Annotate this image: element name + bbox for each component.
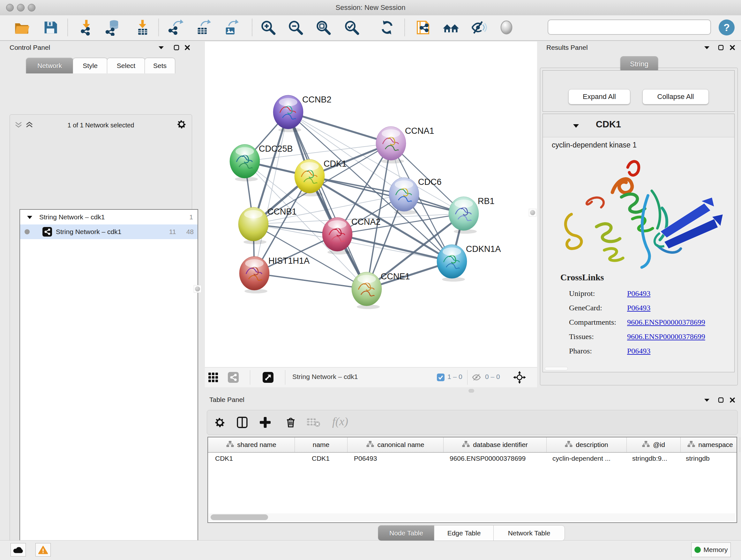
results-panel-menu-icon[interactable] <box>702 44 712 52</box>
column-header-shared-name[interactable]: shared name <box>208 437 295 452</box>
fit-crosshair-icon[interactable] <box>513 371 526 385</box>
import-network-file-icon[interactable] <box>77 18 96 37</box>
node-label-CDK1: CDK1 <box>324 159 347 169</box>
export-network-icon[interactable] <box>166 18 185 37</box>
delete-column-trash-icon[interactable] <box>284 416 298 429</box>
network-edge-count: 48 <box>186 228 194 236</box>
hide-selected-icon[interactable] <box>469 18 488 37</box>
zoom-out-icon[interactable] <box>286 18 305 37</box>
network-row-selected[interactable]: String Network – cdk1 11 48 <box>20 225 198 239</box>
import-network-database-icon[interactable] <box>104 18 123 37</box>
table-panel-float-icon[interactable] <box>716 396 726 404</box>
crosslink-link[interactable]: 9606.ENSP00000378699 <box>627 332 705 341</box>
crosslink-link[interactable]: P06493 <box>627 289 650 298</box>
help-button[interactable]: ? <box>719 19 735 36</box>
memory-button[interactable]: Memory <box>691 543 731 557</box>
zoom-selected-icon[interactable] <box>342 18 361 37</box>
table-panel-menu-icon[interactable] <box>702 396 712 404</box>
tab-string[interactable]: String <box>620 56 658 72</box>
crosslink-link[interactable]: P06493 <box>627 304 650 312</box>
show-all-networks-icon[interactable] <box>441 18 461 37</box>
grid-view-icon[interactable] <box>208 373 218 383</box>
results-panel-float-icon[interactable] <box>716 44 726 52</box>
control-panel-float-icon[interactable] <box>172 44 181 52</box>
crosslink-link[interactable]: 9606.ENSP00000378699 <box>627 318 705 327</box>
entry-scrollbar-stub[interactable] <box>545 367 568 370</box>
column-header-database-identifier[interactable]: database identifier <box>444 437 547 452</box>
toolbar-divider <box>252 19 253 36</box>
tab-sets[interactable]: Sets <box>145 58 175 73</box>
tab-network[interactable]: Network <box>26 58 73 73</box>
network-view-canvas[interactable]: CCNB2CCNA1CDC25BCDK1CDC6RB1CCNB1CCNA2CDK… <box>205 42 537 367</box>
table-hscrollbar[interactable] <box>209 513 735 521</box>
right-splitter-handle[interactable] <box>529 209 536 216</box>
node-CCNB2[interactable]: CCNB2 <box>273 95 332 132</box>
tab-node-table[interactable]: Node Table <box>378 525 434 541</box>
control-panel-close-icon[interactable] <box>183 44 192 52</box>
first-neighbors-icon[interactable] <box>413 18 432 37</box>
node-CCNE1[interactable]: CCNE1 <box>352 272 410 309</box>
show-graphics-details-icon[interactable] <box>497 18 516 37</box>
refresh-layout-icon[interactable] <box>378 18 397 37</box>
entry-expander-icon[interactable] <box>573 124 579 129</box>
edge-CCNB2-HIST1H1A[interactable] <box>254 112 288 273</box>
table-settings-gear-icon[interactable] <box>213 416 227 429</box>
zoom-in-icon[interactable] <box>259 18 278 37</box>
node-CDC25B[interactable]: CDC25B <box>230 144 293 181</box>
control-panel-menu-icon[interactable] <box>156 44 166 52</box>
network-collection-row[interactable]: String Network – cdk1 1 <box>20 210 198 225</box>
column-header-canonical-name[interactable]: canonical name <box>347 437 444 452</box>
node-table: shared namenamecanonical namedatabase id… <box>207 437 737 523</box>
node-HIST1H1A[interactable]: HIST1H1A <box>239 256 310 294</box>
node-CCNA2[interactable]: CCNA2 <box>322 217 381 254</box>
tab-select[interactable]: Select <box>107 58 145 73</box>
left-splitter-handle[interactable] <box>194 285 201 293</box>
network-share-view-icon[interactable] <box>228 372 239 384</box>
crosslink-link[interactable]: P06493 <box>627 347 650 355</box>
add-column-icon[interactable] <box>258 416 272 429</box>
search-input[interactable] <box>548 19 711 35</box>
horizontal-splitter-handle[interactable] <box>468 389 474 393</box>
export-image-icon[interactable] <box>221 18 241 37</box>
network-view-toolbar: String Network – cdk1 1 – 0 0 – 0 <box>205 367 537 387</box>
cloud-status-button[interactable] <box>10 543 26 557</box>
edge-CCNB2-CCNA1[interactable] <box>288 112 391 143</box>
warnings-button[interactable] <box>36 543 51 557</box>
table-cell: CDK1 <box>294 455 347 462</box>
node-CCNB1[interactable]: CCNB1 <box>239 207 297 244</box>
column-header-description[interactable]: description <box>547 437 627 452</box>
import-table-icon[interactable] <box>133 18 152 37</box>
network-options-gear-icon[interactable] <box>175 118 189 131</box>
export-table-icon[interactable] <box>194 18 213 37</box>
collection-expander-icon[interactable] <box>27 213 32 221</box>
selected-checkbox-icon[interactable] <box>437 374 445 382</box>
tab-network-table[interactable]: Network Table <box>493 525 565 541</box>
collapse-all-icon[interactable] <box>14 122 23 129</box>
column-header-namespace[interactable]: namespace <box>681 437 740 452</box>
tab-style[interactable]: Style <box>73 58 108 73</box>
table-hscrollbar-thumb[interactable] <box>211 514 268 520</box>
table-panel-close-icon[interactable] <box>728 396 737 404</box>
crosslink-row: Pharos:P06493 <box>569 344 725 358</box>
expand-top-icon[interactable] <box>25 122 33 129</box>
collapse-all-button[interactable]: Collapse All <box>643 89 709 105</box>
node-RB1[interactable]: RB1 <box>449 196 495 234</box>
table-panel-title: Table Panel <box>209 396 245 403</box>
network-row-label: String Network – cdk1 <box>56 228 121 236</box>
column-header--id[interactable]: @id <box>627 437 681 452</box>
show-columns-icon[interactable] <box>235 416 249 429</box>
node-CDKN1A[interactable]: CDKN1A <box>437 244 501 282</box>
edge-HIST1H1A-CCNE1[interactable] <box>254 273 367 289</box>
birdseye-view-icon[interactable] <box>263 372 273 384</box>
save-session-icon[interactable] <box>41 18 60 37</box>
expand-all-button[interactable]: Expand All <box>568 89 630 105</box>
zoom-fit-icon[interactable] <box>314 18 333 37</box>
tab-edge-table[interactable]: Edge Table <box>434 525 494 541</box>
result-entry-header[interactable]: CDK1 <box>543 114 734 137</box>
column-header-name[interactable]: name <box>295 437 347 452</box>
node-CCNA1[interactable]: CCNA1 <box>376 126 434 164</box>
results-panel-close-icon[interactable] <box>728 44 737 52</box>
open-session-icon[interactable] <box>12 18 31 37</box>
node-CDK1[interactable]: CDK1 <box>294 159 347 196</box>
table-row[interactable]: CDK1CDK1P064939606.ENSP00000378699cyclin… <box>208 453 737 464</box>
